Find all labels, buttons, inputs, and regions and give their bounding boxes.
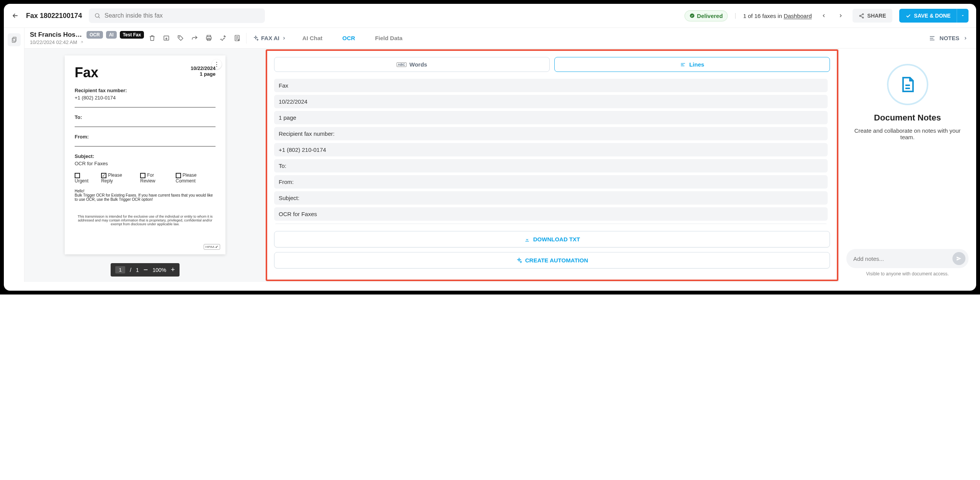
sign-icon[interactable] bbox=[219, 34, 227, 42]
search-icon bbox=[94, 12, 101, 19]
chevron-right-icon bbox=[282, 36, 286, 41]
ocr-line-item[interactable]: Fax bbox=[274, 79, 828, 92]
for-review-checkbox bbox=[140, 173, 145, 178]
svg-point-1 bbox=[690, 13, 694, 18]
trash-icon[interactable] bbox=[149, 34, 156, 42]
from-label: From: bbox=[75, 134, 216, 140]
body-greeting: Hello! bbox=[75, 189, 216, 193]
pager-prev-icon[interactable] bbox=[819, 11, 829, 21]
fax-page-preview: ⋮ Fax 10/22/2024 1 page Recipient fax nu… bbox=[65, 55, 225, 254]
ocr-line-item[interactable]: Recipient fax number: bbox=[274, 127, 828, 140]
tag-icon[interactable] bbox=[177, 34, 184, 42]
recipient-label: Recipient fax number: bbox=[75, 88, 216, 93]
body-text: Bulk Trigger OCR for Existing Faxes. If … bbox=[75, 193, 216, 202]
document-timestamp: 10/22/2024 02:42 AM bbox=[30, 39, 145, 45]
search-input[interactable] bbox=[105, 12, 260, 19]
forward-icon[interactable] bbox=[191, 34, 198, 42]
fax-ai-button[interactable]: FAX AI bbox=[252, 33, 287, 44]
check-circle-icon bbox=[689, 13, 695, 18]
fax-page-count: 1 page bbox=[191, 71, 216, 77]
svg-rect-5 bbox=[13, 37, 16, 41]
status-badge: Delivered bbox=[684, 10, 728, 21]
lines-icon bbox=[680, 62, 686, 68]
svg-point-8 bbox=[179, 37, 180, 37]
urgent-checkbox bbox=[75, 173, 80, 178]
sparkle-icon bbox=[516, 257, 522, 264]
page-controls: / 1 − 100% + bbox=[111, 263, 180, 277]
send-note-icon[interactable] bbox=[952, 252, 965, 265]
download-icon bbox=[524, 236, 530, 242]
pager-text: 1 of 16 faxes in Dashboard bbox=[743, 13, 812, 19]
svg-point-0 bbox=[95, 13, 99, 17]
zoom-in-icon[interactable]: + bbox=[171, 266, 175, 274]
archive-icon[interactable] bbox=[163, 34, 170, 42]
zoom-level: 100% bbox=[153, 267, 167, 273]
ocr-chip: OCR bbox=[87, 31, 103, 39]
page-total: 1 bbox=[136, 267, 139, 273]
save-dropdown-button[interactable] bbox=[957, 9, 969, 23]
disclaimer: This transmission is intended for the ex… bbox=[75, 215, 216, 226]
please-reply-checkbox bbox=[101, 173, 106, 178]
page-title: Fax 18022100174 bbox=[26, 12, 82, 20]
hipaa-badge: HIPAA bbox=[204, 244, 220, 250]
tab-field-data[interactable]: Field Data bbox=[374, 33, 403, 44]
fax-date: 10/22/2024 bbox=[191, 65, 216, 71]
save-done-button[interactable]: SAVE & DONE bbox=[899, 9, 957, 23]
ocr-line-item[interactable]: +1 (802) 210-0174 bbox=[274, 143, 828, 156]
test-fax-chip: Test Fax bbox=[120, 31, 144, 39]
notes-empty-icon bbox=[887, 64, 928, 105]
create-automation-button[interactable]: CREATE AUTOMATION bbox=[274, 252, 830, 268]
chevron-right-icon bbox=[963, 36, 968, 41]
ocr-line-item[interactable]: To: bbox=[274, 159, 828, 172]
to-label: To: bbox=[75, 114, 216, 120]
recipient-value: +1 (802) 210-0174 bbox=[75, 95, 216, 101]
notes-toggle[interactable]: NOTES bbox=[929, 35, 971, 42]
download-txt-button[interactable]: DOWNLOAD TXT bbox=[274, 231, 830, 247]
extract-icon[interactable] bbox=[234, 34, 241, 42]
please-comment-checkbox bbox=[176, 173, 181, 178]
dashboard-link[interactable]: Dashboard bbox=[784, 13, 812, 19]
lines-toggle[interactable]: Lines bbox=[554, 57, 830, 72]
notes-title: Document Notes bbox=[874, 113, 941, 123]
notes-footer: Visible to anyone with document access. bbox=[846, 271, 969, 277]
subject-value: OCR for Faxes bbox=[75, 161, 216, 166]
print-icon[interactable] bbox=[205, 34, 212, 42]
page-current-input[interactable] bbox=[115, 266, 125, 273]
notes-subtitle: Create and collaborate on notes with you… bbox=[846, 127, 969, 140]
zoom-out-icon[interactable]: − bbox=[144, 265, 148, 274]
menu-icon bbox=[929, 35, 936, 42]
search-input-wrap[interactable] bbox=[89, 8, 265, 23]
svg-point-13 bbox=[238, 39, 239, 41]
ai-chip: AI bbox=[106, 31, 117, 39]
tab-ai-chat[interactable]: AI Chat bbox=[302, 33, 323, 44]
svg-rect-11 bbox=[207, 39, 211, 41]
share-icon bbox=[859, 13, 864, 19]
ocr-line-item[interactable]: 1 page bbox=[274, 111, 828, 124]
sparkle-icon bbox=[253, 35, 259, 41]
pager-next-icon[interactable] bbox=[836, 11, 846, 21]
ocr-line-item[interactable]: Urgent bbox=[274, 223, 828, 224]
caret-down-icon bbox=[961, 14, 965, 18]
subject-label: Subject: bbox=[75, 153, 216, 159]
tab-ocr[interactable]: OCR bbox=[341, 33, 356, 44]
open-external-icon[interactable] bbox=[80, 40, 84, 44]
ocr-line-item[interactable]: From: bbox=[274, 175, 828, 189]
back-arrow-icon[interactable] bbox=[11, 12, 19, 20]
svg-rect-6 bbox=[12, 38, 15, 42]
documents-icon[interactable] bbox=[8, 33, 21, 46]
document-name: St Francis Hospi... bbox=[30, 31, 83, 39]
ocr-line-item[interactable]: OCR for Faxes bbox=[274, 207, 828, 221]
check-icon bbox=[905, 13, 911, 19]
words-toggle[interactable]: ABC Words bbox=[274, 57, 550, 72]
ocr-line-item[interactable]: 10/22/2024 bbox=[274, 95, 828, 108]
notes-input[interactable] bbox=[853, 255, 952, 262]
share-button[interactable]: SHARE bbox=[853, 9, 892, 23]
ocr-line-item[interactable]: Subject: bbox=[274, 191, 828, 205]
